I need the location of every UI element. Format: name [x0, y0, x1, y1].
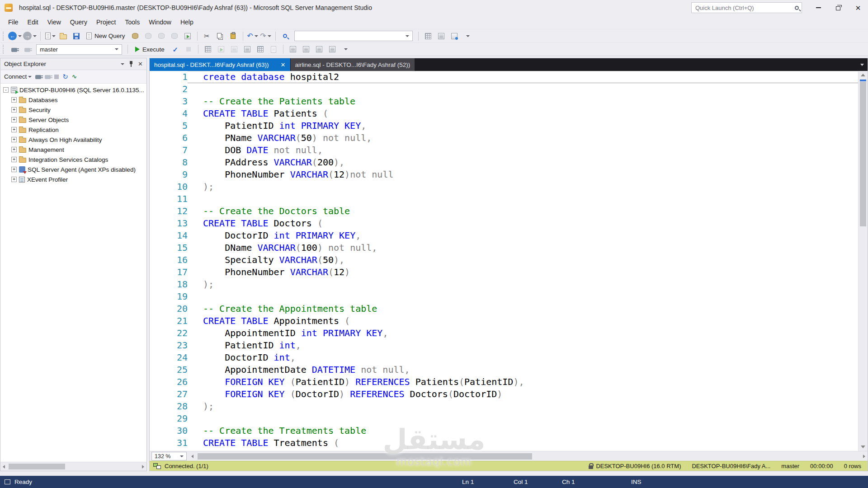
- code-text[interactable]: DoctorID int PRIMARY KEY,: [188, 230, 858, 242]
- quick-launch-box[interactable]: [691, 2, 802, 13]
- code-text[interactable]: );: [188, 400, 858, 413]
- disconnect-server-icon[interactable]: [45, 75, 51, 79]
- tree-item-xevent-profiler[interactable]: +XEvent Profiler: [0, 174, 146, 184]
- activity-icon[interactable]: ∿: [72, 74, 77, 80]
- pin-icon[interactable]: [273, 62, 277, 68]
- menu-tools[interactable]: Tools: [120, 15, 144, 29]
- scroll-down-icon[interactable]: [861, 446, 865, 448]
- code-line[interactable]: 29: [150, 413, 858, 425]
- code-editor[interactable]: 1create database hospital223-- Create th…: [150, 71, 868, 451]
- scroll-up-icon[interactable]: [861, 74, 865, 76]
- code-line[interactable]: 27 FOREIGN KEY (DoctorID) REFERENCES Doc…: [150, 388, 858, 400]
- code-line[interactable]: 2: [150, 83, 858, 95]
- available-databases-combo[interactable]: master: [36, 44, 122, 55]
- toolbar-grip[interactable]: [3, 32, 5, 41]
- code-text[interactable]: CREATE TABLE Doctors (: [188, 217, 858, 230]
- analysis-xmla-query-button[interactable]: [169, 31, 180, 42]
- paste-button[interactable]: [227, 31, 239, 42]
- new-query-button[interactable]: New Query: [84, 31, 128, 42]
- code-line[interactable]: 6 PName VARCHAR(50) not null,: [150, 132, 858, 144]
- analysis-mdx-query-button[interactable]: [142, 31, 154, 42]
- code-line[interactable]: 17 PhoneNumber VARCHAR(12): [150, 266, 858, 278]
- scroll-right-icon[interactable]: [863, 455, 865, 458]
- code-line[interactable]: 12-- Create the Doctors table: [150, 205, 858, 217]
- expand-icon[interactable]: +: [11, 137, 17, 142]
- toolbar-options-button[interactable]: [340, 44, 351, 55]
- code-line[interactable]: 5 PatientID int PRIMARY KEY,: [150, 120, 858, 132]
- code-text[interactable]: create database hospital2: [188, 71, 858, 83]
- tree-item-management[interactable]: +Management: [0, 145, 146, 155]
- undo-button[interactable]: ↶: [247, 31, 259, 42]
- navigate-back-button[interactable]: ←: [8, 31, 22, 42]
- code-text[interactable]: );: [188, 181, 858, 193]
- scroll-right-icon[interactable]: [142, 465, 144, 469]
- menu-help[interactable]: Help: [176, 15, 198, 29]
- expand-icon[interactable]: +: [11, 117, 17, 122]
- code-line[interactable]: 13CREATE TABLE Doctors (: [150, 217, 858, 230]
- navigate-forward-button[interactable]: →: [23, 31, 37, 42]
- status-line[interactable]: Ln 1: [462, 479, 474, 485]
- decrease-indent-button[interactable]: [313, 44, 325, 55]
- code-text[interactable]: [188, 83, 858, 95]
- comment-selection-button[interactable]: [287, 44, 299, 55]
- analysis-dmx-query-button[interactable]: [156, 31, 167, 42]
- code-line[interactable]: 31CREATE TABLE Treatments (: [150, 437, 858, 449]
- save-button[interactable]: [71, 31, 82, 42]
- open-file-button[interactable]: [57, 31, 69, 42]
- solution-explorer-button[interactable]: [422, 31, 434, 42]
- code-text[interactable]: PAddress VARCHAR(200),: [188, 156, 858, 169]
- tree-item-sql-server-agent-agent-xps-disabled[interactable]: +SQL Server Agent (Agent XPs disabled): [0, 164, 146, 174]
- code-text[interactable]: -- Create the Appointments table: [188, 303, 858, 315]
- code-line[interactable]: 16 Specialty VARCHAR(50),: [150, 254, 858, 266]
- code-text[interactable]: Specialty VARCHAR(50),: [188, 254, 858, 266]
- tree-item-server-objects[interactable]: +Server Objects: [0, 115, 146, 125]
- expand-icon[interactable]: +: [11, 107, 17, 113]
- expand-icon[interactable]: +: [11, 147, 17, 152]
- expand-icon[interactable]: +: [11, 167, 17, 172]
- close-icon[interactable]: ✕: [281, 62, 286, 68]
- increase-indent-button[interactable]: [326, 44, 338, 55]
- activity-monitor-button[interactable]: [182, 31, 193, 42]
- menu-window[interactable]: Window: [144, 15, 176, 29]
- code-line[interactable]: 21CREATE TABLE Appointments (: [150, 315, 858, 327]
- tree-item-server[interactable]: -DESKTOP-BU09HI6 (SQL Server 16.0.1135..…: [0, 85, 146, 95]
- editor-vscrollbar[interactable]: [858, 71, 868, 451]
- code-text[interactable]: PhoneNumber VARCHAR(12)not null: [188, 169, 858, 181]
- code-surface[interactable]: 1create database hospital223-- Create th…: [150, 71, 858, 451]
- menu-edit[interactable]: Edit: [23, 15, 43, 29]
- document-tab[interactable]: hospital.sql - DESKT...I6\Fady Ashraf (6…: [150, 58, 290, 71]
- expand-icon[interactable]: +: [11, 177, 17, 182]
- code-text[interactable]: -- Create the Doctors table: [188, 205, 858, 217]
- zoom-selector[interactable]: 132 %: [151, 452, 187, 460]
- code-text[interactable]: CREATE TABLE Treatments (: [188, 437, 858, 449]
- code-line[interactable]: 9 PhoneNumber VARCHAR(12)not null: [150, 169, 858, 181]
- status-char[interactable]: Ch 1: [562, 479, 575, 485]
- code-text[interactable]: AppointmentDate DATETIME not null,: [188, 364, 858, 376]
- window-menu-chevron-icon[interactable]: [121, 63, 124, 65]
- quick-launch-input[interactable]: [694, 4, 795, 12]
- scrollbar-thumb[interactable]: [860, 82, 866, 226]
- tree-item-security[interactable]: +Security: [0, 105, 146, 115]
- code-line[interactable]: 22 AppointmentID int PRIMARY KEY,: [150, 327, 858, 339]
- menu-query[interactable]: Query: [66, 15, 92, 29]
- tree-item-always-on-high-availability[interactable]: +Always On High Availability: [0, 135, 146, 145]
- database-engine-query-button[interactable]: [129, 31, 141, 42]
- code-line[interactable]: 28);: [150, 400, 858, 413]
- code-line[interactable]: 23 PatientID int,: [150, 339, 858, 352]
- pin-icon[interactable]: [129, 61, 133, 67]
- expand-icon[interactable]: +: [11, 97, 17, 103]
- expand-icon[interactable]: +: [11, 127, 17, 132]
- parse-query-button[interactable]: ✓: [170, 44, 181, 55]
- code-line[interactable]: 10);: [150, 181, 858, 193]
- code-text[interactable]: DName VARCHAR(100) not null,: [188, 242, 858, 254]
- editor-hscrollbar[interactable]: 132 %: [150, 451, 868, 461]
- change-connection-button[interactable]: [21, 44, 33, 55]
- client-statistics-button[interactable]: [228, 44, 240, 55]
- code-line[interactable]: 30-- Create the Treatments table: [150, 425, 858, 437]
- scrollbar-thumb[interactable]: [9, 464, 65, 469]
- code-text[interactable]: PhoneNumber VARCHAR(12): [188, 266, 858, 278]
- connect-database-button[interactable]: [8, 44, 20, 55]
- close-button[interactable]: ✕: [848, 0, 868, 15]
- scroll-left-icon[interactable]: [3, 465, 5, 469]
- code-line[interactable]: 18);: [150, 278, 858, 291]
